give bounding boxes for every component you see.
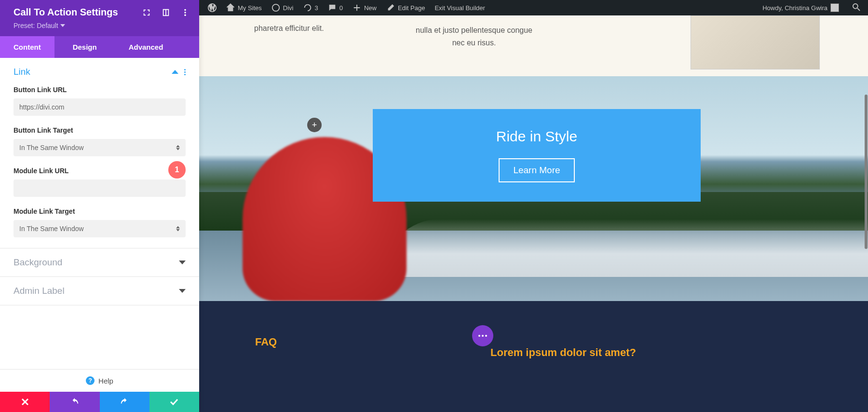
updates-menu[interactable]: 3 <box>298 0 323 15</box>
cta-title: Ride in Style <box>496 128 577 145</box>
settings-panel: Call To Action Settings Preset: Default … <box>0 0 199 412</box>
plus-icon <box>353 3 361 12</box>
select-arrows-icon <box>176 226 180 232</box>
section-background-title: Background <box>14 257 62 268</box>
redo-button[interactable] <box>100 392 149 412</box>
edit-page-label: Edit Page <box>398 4 425 12</box>
section-admin-label-title: Admin Label <box>14 286 65 296</box>
edit-page-menu[interactable]: Edit Page <box>381 0 430 15</box>
faq-question: Lorem ipsum dolor sit amet? <box>490 346 636 359</box>
svg-point-4 <box>184 12 186 14</box>
check-icon <box>170 398 178 405</box>
chevron-down-icon <box>179 288 186 294</box>
pencil-icon <box>386 3 395 12</box>
cta-module[interactable]: Ride in Style Learn More <box>373 109 701 202</box>
button-link-target-label: Button Link Target <box>14 126 186 134</box>
comments-menu[interactable]: 0 <box>323 0 348 15</box>
avatar <box>830 3 839 12</box>
new-menu[interactable]: New <box>348 0 381 15</box>
divi-menu[interactable]: Divi <box>267 0 298 15</box>
divider <box>0 305 199 305</box>
close-icon <box>21 398 29 406</box>
chevron-down-icon <box>179 259 186 266</box>
divi-label: Divi <box>283 4 294 12</box>
tab-design[interactable]: Design <box>59 36 110 58</box>
button-link-url-label: Button Link URL <box>14 86 186 94</box>
wordpress-icon <box>208 3 217 12</box>
text-block: nulla et justo pellentesque congue nec e… <box>411 24 537 49</box>
panel-body: Link Button Link URL 1 Button Link Targe… <box>0 58 199 369</box>
panel-title: Call To Action Settings <box>14 7 118 18</box>
chevron-down-icon <box>60 24 65 27</box>
section-link-title: Link <box>14 67 30 77</box>
search-menu[interactable] <box>850 0 864 15</box>
select-arrows-icon <box>176 145 180 151</box>
panel-footer: ? Help <box>0 369 199 412</box>
updates-count: 3 <box>315 4 318 12</box>
search-icon <box>853 3 861 12</box>
svg-point-5 <box>184 14 186 16</box>
section-admin-label-header[interactable]: Admin Label <box>0 277 199 305</box>
scrollbar-thumb[interactable] <box>865 95 868 249</box>
svg-point-0 <box>272 4 279 11</box>
comments-count: 0 <box>339 4 343 12</box>
panel-header: Call To Action Settings Preset: Default <box>0 0 199 36</box>
tab-advanced[interactable]: Advanced <box>115 36 177 58</box>
top-content-section: pharetra efficitur elit. nulla et justo … <box>199 15 868 76</box>
module-link-url-input[interactable] <box>14 179 186 197</box>
faq-section: FAQ Lorem ipsum dolor sit amet? <box>199 301 868 412</box>
undo-button[interactable] <box>50 392 99 412</box>
chevron-up-icon <box>172 69 178 75</box>
callout-badge: 1 <box>168 161 186 179</box>
builder-fab-button[interactable] <box>472 325 493 346</box>
ellipsis-icon <box>478 335 487 337</box>
module-link-url-label: Module Link URL <box>14 167 186 175</box>
my-sites-label: My Sites <box>238 4 262 12</box>
svg-point-3 <box>184 9 186 11</box>
undo-icon <box>70 398 79 406</box>
save-button[interactable] <box>149 392 199 412</box>
image-placeholder <box>691 15 820 69</box>
cta-learn-more-button[interactable]: Learn More <box>499 158 574 182</box>
content-area: pharetra efficitur elit. nulla et justo … <box>199 15 868 412</box>
new-label: New <box>364 4 377 12</box>
updates-icon <box>303 3 312 12</box>
exit-vb-menu[interactable]: Exit Visual Builder <box>430 0 490 15</box>
my-sites-menu[interactable]: My Sites <box>221 0 267 15</box>
help-icon: ? <box>86 376 95 385</box>
tab-content[interactable]: Content <box>0 36 54 58</box>
text-block: pharetra efficitur elit. <box>254 24 324 33</box>
section-link-header[interactable]: Link <box>0 58 199 86</box>
module-link-target-select[interactable]: In The Same Window <box>14 220 186 237</box>
add-module-button[interactable]: + <box>307 118 322 132</box>
button-link-target-select[interactable]: In The Same Window <box>14 139 186 156</box>
preset-label: Preset: Default <box>14 22 58 29</box>
wp-logo-menu[interactable] <box>203 0 221 15</box>
help-label: Help <box>98 377 113 385</box>
drag-icon[interactable] <box>162 8 170 17</box>
user-menu[interactable]: Howdy, Christina Gwira <box>758 0 844 15</box>
kebab-icon[interactable] <box>181 8 190 17</box>
section-kebab-icon[interactable] <box>184 69 186 75</box>
field-module-link-target: Module Link Target In The Same Window <box>0 207 199 248</box>
module-link-target-label: Module Link Target <box>14 207 186 215</box>
hero-boat <box>382 219 868 277</box>
hero-section: + Ride in Style Learn More <box>199 76 868 301</box>
preset-dropdown[interactable]: Preset: Default <box>14 22 190 29</box>
greeting-label: Howdy, Christina Gwira <box>762 4 827 12</box>
help-button[interactable]: ? Help <box>0 370 199 392</box>
section-background-header[interactable]: Background <box>0 248 199 276</box>
cancel-button[interactable] <box>0 392 50 412</box>
comments-icon <box>328 3 337 12</box>
exit-vb-label: Exit Visual Builder <box>434 4 485 12</box>
home-icon <box>226 3 235 12</box>
divi-icon <box>271 3 280 12</box>
redo-icon <box>120 398 129 406</box>
faq-title: FAQ <box>255 336 277 348</box>
field-button-link-url: Button Link URL <box>0 86 199 126</box>
tabs: Content Design Advanced <box>0 36 199 58</box>
button-link-url-input[interactable] <box>14 98 186 116</box>
expand-icon[interactable] <box>142 8 151 17</box>
wp-admin-bar: My Sites Divi 3 0 New Edit Page Exit Vis… <box>199 0 868 15</box>
field-button-link-target: Button Link Target In The Same Window <box>0 126 199 167</box>
